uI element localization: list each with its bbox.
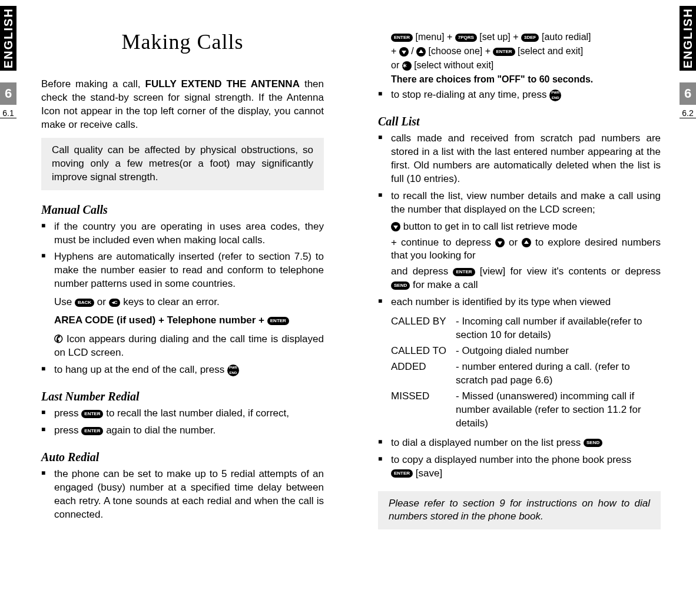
choices-line: There are choices from "OFF" to 60 secon… bbox=[391, 74, 593, 84]
def-text: - Missed (unanswered) incomming call if … bbox=[456, 390, 661, 430]
pwr-end-button-icon: PWREND bbox=[549, 90, 561, 101]
list-item: the phone can be set to make up to 5 red… bbox=[41, 468, 324, 522]
text: to recall the list, view number details … bbox=[391, 190, 661, 215]
list-item: calls made and received from scratch pad… bbox=[378, 132, 661, 186]
back-button-icon: BACK bbox=[75, 299, 94, 307]
text: button to get in to call list retrieve m… bbox=[403, 221, 578, 232]
text: [auto redial] bbox=[542, 32, 591, 42]
text: to hang up at the end of the call, press bbox=[54, 364, 227, 375]
text: Hyphens are automatically inserted (refe… bbox=[54, 251, 324, 289]
send-button-icon: SEND bbox=[584, 439, 602, 447]
enter-button-icon: ENTER bbox=[453, 268, 475, 276]
def-term: CALLED TO bbox=[391, 345, 456, 358]
language-tab-right: ENGLISH bbox=[680, 6, 696, 71]
text: and depress bbox=[391, 266, 453, 277]
up-arrow-icon bbox=[522, 238, 531, 247]
heading-manual-calls: Manual Calls bbox=[41, 203, 324, 217]
enter-button-icon: ENTER bbox=[391, 34, 413, 42]
text: press bbox=[54, 408, 81, 419]
text: or bbox=[509, 237, 522, 248]
text: keys to clear an error. bbox=[123, 296, 219, 307]
text: [select and exit] bbox=[518, 46, 583, 56]
def-text: - Incoming call number if available(refe… bbox=[456, 315, 661, 342]
intro-pre: Before making a call, bbox=[41, 78, 145, 90]
text: / bbox=[411, 46, 416, 56]
chapter-number: 6 bbox=[680, 82, 696, 105]
heading-call-list: Call List bbox=[378, 115, 661, 128]
list-item: to hang up at the end of the call, press… bbox=[41, 363, 324, 377]
list-item: press ENTER again to dial the number. bbox=[41, 424, 324, 438]
enter-button-icon: ENTER bbox=[267, 317, 289, 325]
page-title: Making Calls bbox=[41, 29, 324, 54]
text: to stop re-dialing at any time, press bbox=[391, 89, 549, 100]
chapter-number: 6 bbox=[0, 82, 16, 105]
phone-icon: ✆ bbox=[53, 332, 64, 347]
list-item: Hyphens are automatically inserted (refe… bbox=[41, 250, 324, 360]
list-item: to stop re-dialing at any time, press PW… bbox=[378, 88, 661, 102]
list-item: each number is identified by its type wh… bbox=[378, 296, 661, 309]
enter-button-icon: ENTER bbox=[391, 469, 413, 478]
text: Use bbox=[54, 296, 75, 307]
page-number-left: 6 6.1 bbox=[0, 82, 16, 120]
def-text: - number entered during a call. (refer t… bbox=[456, 360, 661, 388]
text: [choose one] + bbox=[429, 46, 493, 56]
list-item: to copy a displayed number into the phon… bbox=[378, 453, 661, 481]
heading-auto-redial: Auto Redial bbox=[41, 451, 324, 464]
page-number-right: 6 6.2 bbox=[680, 82, 696, 120]
clear-button-icon: ◂C bbox=[109, 299, 121, 307]
list-item: to recall the list, view number details … bbox=[378, 190, 661, 293]
list-item: press ENTER to recall the last number di… bbox=[41, 407, 324, 420]
seven-button-icon: 7PQRS bbox=[455, 34, 477, 42]
text: again to dial the number. bbox=[106, 425, 216, 436]
text: + continue to depress bbox=[391, 237, 495, 248]
pwr-end-button-icon: PWREND bbox=[227, 365, 239, 376]
enter-button-icon: ENTER bbox=[81, 410, 103, 418]
text: to recall the last number dialed, if cor… bbox=[106, 408, 289, 419]
up-arrow-icon bbox=[416, 47, 426, 57]
text: [menu] + bbox=[416, 32, 455, 42]
area-code-line: AREA CODE (if used) + Telephone number + bbox=[54, 314, 267, 326]
call-type-definitions: CALLED BY- Incoming call number if avail… bbox=[378, 315, 661, 430]
text: [select without exit] bbox=[414, 60, 493, 70]
text: to copy a displayed number into the phon… bbox=[391, 454, 631, 465]
text: Icon appears during dialing and the call… bbox=[54, 333, 324, 359]
def-term: CALLED BY bbox=[391, 315, 456, 342]
text: [set up] + bbox=[479, 32, 521, 42]
def-term: ADDED bbox=[391, 360, 456, 388]
def-term: MISSED bbox=[391, 390, 456, 430]
list-item: if the country you are operating in uses… bbox=[41, 220, 324, 247]
intro-paragraph: Before making a call, FULLY EXTEND THE A… bbox=[41, 78, 324, 132]
send-button-icon: SEND bbox=[391, 281, 410, 290]
list-item: to dial a displayed number on the list p… bbox=[378, 436, 661, 450]
text: [view] for view it's contents or depress bbox=[480, 266, 661, 277]
down-arrow-icon bbox=[399, 47, 409, 57]
text: + bbox=[391, 46, 399, 56]
enter-button-icon: ENTER bbox=[81, 427, 103, 435]
callout-phonebook-reference: Please refer to section 9 for instructio… bbox=[378, 491, 661, 530]
page-left: Making Calls Before making a call, FULLY… bbox=[41, 18, 324, 540]
down-arrow-icon bbox=[391, 222, 400, 231]
heading-last-number-redial: Last Number Redial bbox=[41, 390, 324, 403]
text: or bbox=[391, 60, 402, 70]
text: [save] bbox=[416, 468, 442, 479]
text: for make a call bbox=[413, 279, 478, 290]
three-button-icon: 3DEF bbox=[521, 34, 539, 42]
callout-signal-quality: Call quality can be affected by physical… bbox=[41, 138, 324, 190]
enter-button-icon: ENTER bbox=[493, 48, 515, 56]
def-text: - Outgoing dialed number bbox=[456, 345, 661, 358]
page-right: ENTER [menu] + 7PQRS [set up] + 3DEF [au… bbox=[378, 18, 661, 540]
section-number: 6.1 bbox=[0, 105, 16, 118]
section-number: 6.2 bbox=[680, 105, 696, 118]
text: to dial a displayed number on the list p… bbox=[391, 437, 584, 448]
send-button-icon: ✶ bbox=[402, 61, 412, 71]
language-tab-left: ENGLISH bbox=[0, 6, 16, 71]
text: press bbox=[54, 425, 81, 436]
text: or bbox=[97, 296, 109, 307]
intro-bold: FULLY EXTEND THE ANTENNA bbox=[145, 78, 300, 90]
down-arrow-icon bbox=[495, 238, 505, 247]
